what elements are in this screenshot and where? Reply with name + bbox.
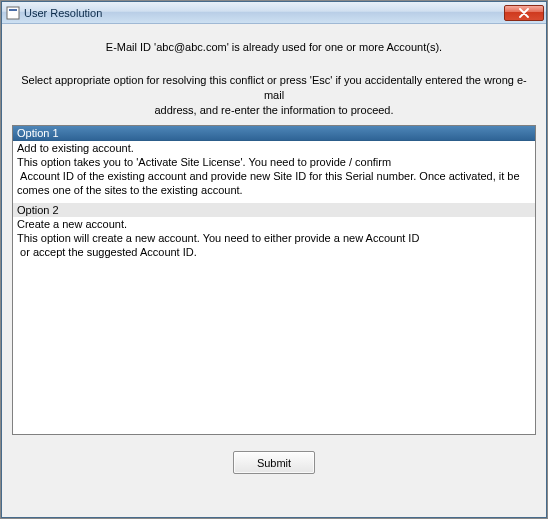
option-1-line-2: This option takes you to 'Activate Site … xyxy=(17,156,531,170)
option-1-line-3: Account ID of the existing account and p… xyxy=(17,170,531,198)
option-header-1[interactable]: Option 1 xyxy=(13,125,535,141)
button-row: Submit xyxy=(12,435,536,486)
titlebar: User Resolution xyxy=(2,2,546,24)
option-2-line-1: Create a new account. xyxy=(17,218,531,232)
option-body-1[interactable]: Add to existing account. This option tak… xyxy=(13,141,535,203)
svg-rect-0 xyxy=(7,7,19,19)
close-icon xyxy=(518,8,530,18)
option-1-line-1: Add to existing account. xyxy=(17,142,531,156)
instruction-line-1: Select appropriate option for resolving … xyxy=(20,73,528,103)
option-2-line-2: This option will create a new account. Y… xyxy=(17,232,531,246)
close-button[interactable] xyxy=(504,5,544,21)
options-list: Option 1 Add to existing account. This o… xyxy=(12,125,536,435)
svg-rect-1 xyxy=(9,9,17,11)
dialog-window: User Resolution E-Mail ID 'abc@abc.com' … xyxy=(1,1,547,518)
option-header-2[interactable]: Option 2 xyxy=(13,203,535,217)
app-icon xyxy=(6,6,20,20)
instruction-line-2: address, and re-enter the information to… xyxy=(20,103,528,118)
message-email-used: E-Mail ID 'abc@abc.com' is already used … xyxy=(12,40,536,55)
window-title: User Resolution xyxy=(24,7,504,19)
submit-button[interactable]: Submit xyxy=(233,451,315,474)
option-2-line-3: or accept the suggested Account ID. xyxy=(17,246,531,260)
message-instructions: Select appropriate option for resolving … xyxy=(12,73,536,118)
dialog-content: E-Mail ID 'abc@abc.com' is already used … xyxy=(2,24,546,517)
option-body-2[interactable]: Create a new account. This option will c… xyxy=(13,217,535,265)
